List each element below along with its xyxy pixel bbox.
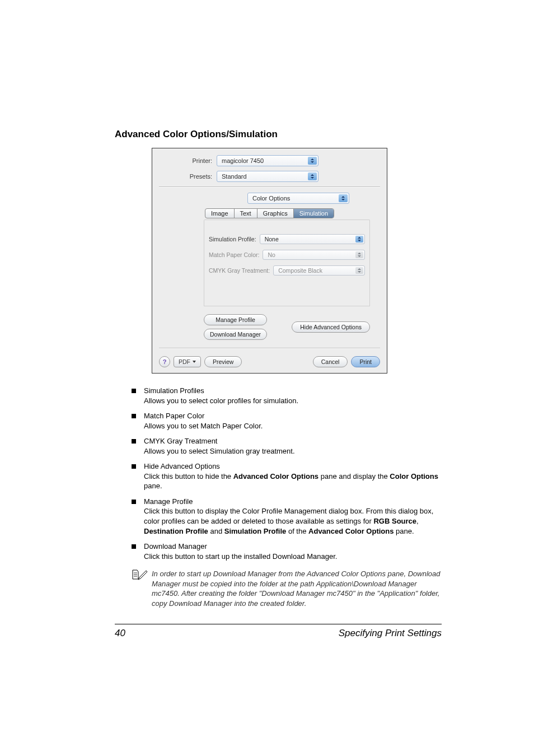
item-title: Download Manager [144,542,442,552]
simulation-profile-label: Simulation Profile: [209,236,260,242]
pane-value: Color Options [252,195,290,202]
simulation-profile-value: None [265,236,279,242]
pdf-label: PDF [179,358,190,365]
item-body: Click this button to hide the Advanced C… [144,472,438,491]
feature-list: Simulation Profiles Allows you to select… [115,386,442,608]
help-button[interactable]: ? [159,356,170,367]
bullet-icon [132,414,136,418]
simulation-options: Simulation Profile: None Match Paper Col… [204,225,370,306]
divider [159,348,380,348]
list-item: Match Paper Color Allows you to set Matc… [132,411,442,431]
list-item: Download Manager Click this button to st… [132,542,442,561]
simulation-profile-select[interactable]: None [260,234,365,244]
footer-title: Specifying Print Settings [339,628,442,639]
item-body: Allows you to select Simulation gray tre… [144,447,295,455]
chevron-updown-icon [308,157,317,165]
match-paper-color-label: Match Paper Color: [209,251,263,258]
presets-value: Standard [222,173,247,180]
tab-text[interactable]: Text [235,209,257,218]
cmyk-gray-value: Composite Black [278,267,322,274]
match-paper-color-value: No [268,251,275,258]
list-item: Manage Profile Click this button to disp… [132,497,442,536]
presets-select[interactable]: Standard [217,171,318,182]
match-paper-color-select[interactable]: No [263,250,365,260]
chevron-updown-icon [308,172,317,180]
pane-select[interactable]: Color Options [247,193,349,204]
chevron-updown-icon [355,236,363,242]
item-title: Match Paper Color [144,411,442,421]
manage-profile-button[interactable]: Manage Profile [204,314,267,325]
item-body: Click this button to start up the instal… [144,552,337,561]
bullet-icon [132,389,136,393]
bullet-icon [132,500,136,504]
download-manager-button[interactable]: Download Manager [204,329,267,340]
item-body: Allows you to select color profiles for … [144,396,298,405]
list-item: Hide Advanced Options Click this button … [132,461,442,491]
note-text: In order to start up Download Manager fr… [152,569,442,608]
print-dialog: Printer: magicolor 7450 Presets: Standar… [152,148,387,374]
printer-label: Printer: [159,157,217,164]
page-number: 40 [115,628,125,639]
list-item: Simulation Profiles Allows you to select… [132,386,442,405]
item-title: Manage Profile [144,497,442,507]
item-title: CMYK Gray Treatment [144,436,442,446]
advanced-color-tabs: Image Text Graphics Simulation [159,208,380,218]
cancel-button[interactable]: Cancel [313,356,348,367]
tab-image[interactable]: Image [205,209,235,218]
pdf-button[interactable]: PDF [174,356,201,367]
preview-button[interactable]: Preview [204,356,242,367]
section-heading: Advanced Color Options/Simulation [115,129,442,140]
note-icon [132,569,148,580]
divider [159,186,380,187]
tab-simulation[interactable]: Simulation [294,209,334,218]
bullet-icon [132,544,136,549]
print-button[interactable]: Print [351,356,380,367]
chevron-down-icon [193,361,196,363]
cmyk-gray-label: CMYK Gray Treatment: [209,267,273,274]
page-footer: 40 Specifying Print Settings [115,624,442,639]
bullet-icon [132,439,136,444]
printer-value: magicolor 7450 [222,157,264,164]
item-title: Hide Advanced Options [144,461,442,472]
printer-select[interactable]: magicolor 7450 [217,155,318,166]
chevron-updown-icon [355,251,363,258]
presets-label: Presets: [159,173,217,180]
hide-advanced-button[interactable]: Hide Advanced Options [292,321,370,333]
note: In order to start up Download Manager fr… [132,569,442,608]
bullet-icon [132,464,136,469]
list-item: CMYK Gray Treatment Allows you to select… [132,436,442,456]
cmyk-gray-select[interactable]: Composite Black [273,265,365,276]
chevron-updown-icon [339,194,348,202]
item-body: Click this button to display the Color P… [144,507,433,535]
chevron-updown-icon [355,267,363,274]
item-body: Allows you to set Match Paper Color. [144,422,263,430]
tab-graphics[interactable]: Graphics [257,209,294,218]
item-title: Simulation Profiles [144,386,442,396]
